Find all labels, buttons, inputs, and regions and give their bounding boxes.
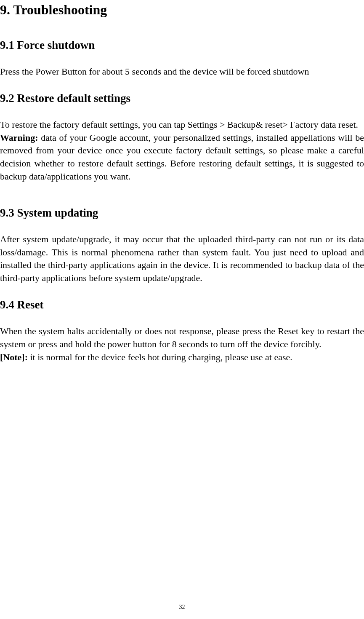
section-restore-defaults: 9.2 Restore default settings To restore … [0, 92, 364, 183]
note-label: [Note]: [0, 352, 28, 362]
section-system-updating: 9.3 System updating After system update/… [0, 206, 364, 285]
warning-body: data of your Google account, your person… [0, 132, 364, 182]
section-body: To restore the factory default settings,… [0, 118, 364, 183]
section-heading: 9.1 Force shutdown [0, 39, 364, 52]
section-heading: 9.2 Restore default settings [0, 92, 364, 105]
warning-label: Warning: [0, 132, 38, 143]
page-number: 32 [179, 604, 185, 611]
document-page: 9. Troubleshooting 9.1 Force shutdown Pr… [0, 0, 364, 364]
section-body: Press the Power Button for about 5 secon… [0, 65, 364, 78]
section-heading: 9.4 Reset [0, 298, 364, 311]
intro-text: To restore the factory default settings,… [0, 119, 358, 130]
section-body: When the system halts accidentally or do… [0, 325, 364, 364]
section-body: After system update/upgrade, it may occu… [0, 233, 364, 285]
section-force-shutdown: 9.1 Force shutdown Press the Power Butto… [0, 39, 364, 78]
reset-body: When the system halts accidentally or do… [0, 326, 364, 349]
section-heading: 9.3 System updating [0, 206, 364, 220]
note-body: it is normal for the device feels hot du… [28, 352, 292, 362]
section-reset: 9.4 Reset When the system halts accident… [0, 298, 364, 364]
page-title: 9. Troubleshooting [0, 0, 364, 18]
